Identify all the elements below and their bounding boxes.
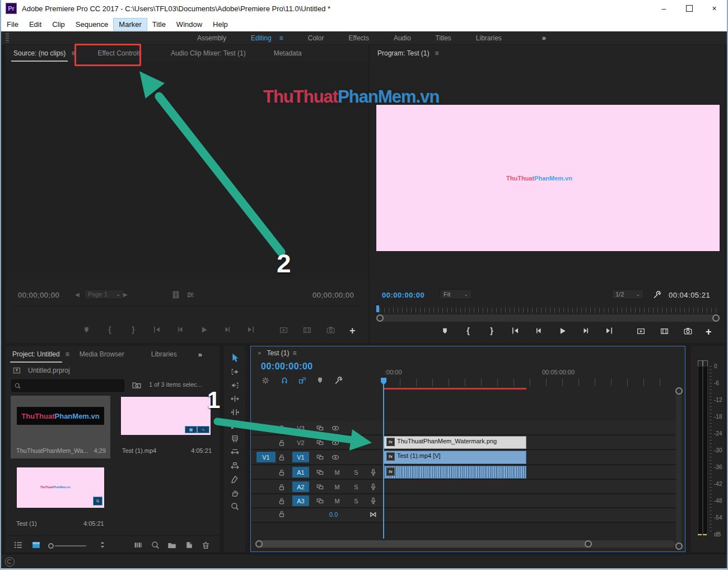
workspace-titles[interactable]: Titles bbox=[436, 34, 451, 42]
project-file-name[interactable]: Untitled.prproj bbox=[28, 367, 70, 374]
workspace-assembly[interactable]: Assembly bbox=[197, 34, 226, 42]
source-patch-v1[interactable]: V1 bbox=[256, 452, 276, 462]
automate-to-sequence-icon[interactable] bbox=[133, 540, 143, 550]
menu-window[interactable]: Window bbox=[171, 18, 207, 30]
folder-find-icon[interactable] bbox=[132, 380, 142, 390]
track-row-master[interactable] bbox=[251, 508, 676, 523]
timeline-tab-close-icon[interactable]: × bbox=[258, 350, 261, 356]
master-gain-value[interactable]: 0.0 bbox=[329, 511, 338, 518]
timeline-ruler[interactable] bbox=[384, 379, 676, 386]
track-output-eye-icon[interactable] bbox=[331, 438, 340, 447]
timeline-panel-menu-icon[interactable]: ≡ bbox=[289, 349, 300, 357]
track-select-forward-tool[interactable] bbox=[230, 367, 240, 377]
program-button-editor-add[interactable]: + bbox=[706, 326, 712, 338]
tab-media-browser[interactable]: Media Browser bbox=[77, 350, 127, 358]
program-panel-menu-icon[interactable]: ≡ bbox=[431, 49, 442, 57]
ripple-edit-tool[interactable] bbox=[230, 394, 240, 404]
razor-tool[interactable] bbox=[230, 434, 240, 444]
nest-toggle-icon[interactable] bbox=[261, 376, 270, 385]
search-box[interactable] bbox=[11, 379, 124, 392]
track-output-eye-icon[interactable] bbox=[331, 424, 340, 433]
icon-view-icon[interactable] bbox=[31, 540, 41, 550]
program-settings-wrench-icon[interactable] bbox=[652, 290, 662, 299]
delete-icon[interactable] bbox=[201, 540, 211, 550]
sync-lock-icon[interactable] bbox=[316, 453, 324, 461]
timeline-horizontal-scrollbar[interactable] bbox=[255, 540, 675, 548]
clip-video-v1[interactable]: fx Test (1).mp4 [V] bbox=[384, 451, 526, 464]
project-panel-menu-icon[interactable]: ≡ bbox=[62, 350, 73, 358]
snap-magnet-icon[interactable] bbox=[280, 376, 289, 385]
scrollbar-left-handle[interactable] bbox=[376, 314, 384, 322]
mute-button[interactable]: M bbox=[331, 469, 343, 476]
lock-icon[interactable] bbox=[278, 497, 286, 505]
page-next-icon[interactable]: ▶ bbox=[123, 291, 128, 298]
track-name-v2[interactable]: V2 bbox=[292, 437, 309, 448]
program-timecode[interactable]: 00:00:00:00 bbox=[382, 291, 424, 299]
program-scrubber-ticks[interactable] bbox=[380, 308, 718, 313]
workspace-libraries[interactable]: Libraries bbox=[476, 34, 502, 42]
menu-clip[interactable]: Clip bbox=[47, 18, 69, 30]
clip-audio-a1[interactable]: fx bbox=[384, 466, 526, 479]
add-marker-icon[interactable] bbox=[81, 325, 91, 334]
v-scroll-top-handle[interactable] bbox=[675, 387, 683, 395]
extract-icon[interactable] bbox=[659, 326, 669, 335]
workspace-menu-icon[interactable]: ≡ bbox=[279, 34, 283, 42]
lift-icon[interactable] bbox=[636, 326, 646, 335]
export-frame-icon[interactable] bbox=[683, 326, 693, 335]
step-back-icon[interactable] bbox=[534, 326, 544, 335]
menu-sequence[interactable]: Sequence bbox=[71, 18, 114, 30]
tab-metadata[interactable]: Metadata bbox=[272, 49, 304, 57]
creative-cloud-icon[interactable] bbox=[5, 557, 15, 567]
new-bin-icon[interactable] bbox=[167, 540, 177, 550]
track-output-eye-icon[interactable] bbox=[331, 453, 340, 462]
sync-lock-icon[interactable] bbox=[316, 483, 324, 491]
tab-source[interactable]: Source: (no clips) bbox=[11, 49, 68, 62]
find-icon[interactable] bbox=[151, 540, 160, 550]
mark-out-icon[interactable]: } bbox=[487, 326, 497, 335]
lock-icon[interactable] bbox=[278, 424, 286, 432]
page-prev-icon[interactable]: ◀ bbox=[75, 291, 80, 298]
timeline-vertical-scrollbar[interactable] bbox=[676, 387, 682, 550]
mute-button[interactable]: M bbox=[331, 484, 343, 490]
goto-in-icon[interactable] bbox=[152, 325, 162, 334]
track-name-a3[interactable]: A3 bbox=[292, 495, 309, 506]
workspace-color[interactable]: Color bbox=[308, 34, 324, 42]
tab-program[interactable]: Program: Test (1) bbox=[375, 49, 431, 57]
step-forward-icon[interactable] bbox=[581, 326, 591, 335]
mark-in-icon[interactable]: { bbox=[463, 326, 473, 335]
pen-tool[interactable] bbox=[230, 475, 240, 484]
v-scroll-bottom-handle[interactable] bbox=[675, 543, 683, 550]
workspace-audio[interactable]: Audio bbox=[394, 34, 411, 42]
slip-tool[interactable] bbox=[230, 448, 240, 457]
track-select-backward-tool[interactable] bbox=[230, 381, 240, 390]
lock-icon[interactable] bbox=[278, 439, 286, 447]
fit-dropdown[interactable]: Fit⌄ bbox=[440, 289, 472, 299]
project-overflow-icon[interactable]: » bbox=[198, 350, 202, 359]
lock-icon[interactable] bbox=[278, 483, 286, 491]
mute-button[interactable]: M bbox=[331, 498, 343, 504]
tab-project[interactable]: Project: Untitled bbox=[10, 350, 62, 363]
filmstrip-icon[interactable] bbox=[171, 290, 180, 299]
add-marker-icon[interactable] bbox=[440, 326, 450, 335]
timeline-playhead-line[interactable] bbox=[383, 379, 384, 539]
tab-libraries[interactable]: Libraries bbox=[149, 350, 179, 358]
voiceover-mic-icon[interactable] bbox=[369, 483, 377, 491]
timeline-timecode[interactable]: 00:00:00:00 bbox=[261, 362, 313, 372]
h-scroll-right-handle[interactable] bbox=[585, 540, 592, 548]
mark-out-icon[interactable]: } bbox=[128, 325, 138, 334]
play-icon[interactable] bbox=[557, 326, 567, 335]
overwrite-icon[interactable] bbox=[302, 325, 312, 334]
sort-icon[interactable] bbox=[98, 540, 107, 549]
mark-in-icon[interactable]: { bbox=[105, 325, 115, 334]
lock-icon[interactable] bbox=[278, 510, 286, 518]
lock-icon[interactable] bbox=[278, 469, 286, 476]
slide-tool[interactable] bbox=[230, 461, 240, 471]
zoom-slider-handle[interactable] bbox=[48, 543, 54, 549]
play-icon[interactable] bbox=[199, 325, 209, 334]
workspace-editing[interactable]: Editing bbox=[251, 34, 272, 42]
workspace-effects[interactable]: Effects bbox=[348, 34, 368, 42]
source-button-editor-add[interactable]: + bbox=[349, 325, 356, 337]
step-forward-icon[interactable] bbox=[222, 325, 232, 334]
close-button[interactable]: × bbox=[702, 0, 727, 17]
timeline-settings-wrench-icon[interactable] bbox=[334, 376, 343, 385]
